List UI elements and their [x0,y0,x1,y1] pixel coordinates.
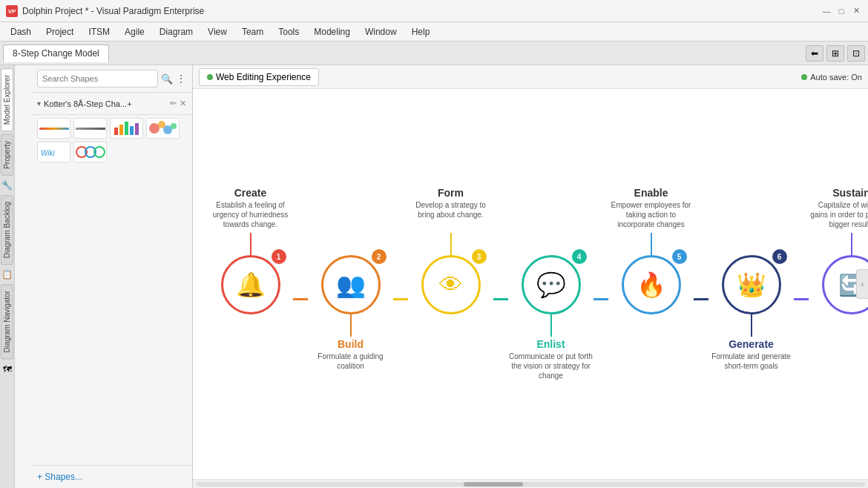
active-tab[interactable]: 8-Step Change Model [3,44,109,62]
autosave-indicator: Auto save: On [801,73,862,82]
step-5-circle[interactable]: 🔥 [622,255,681,314]
left-side-tabs: Model Explorer Property 🔧 Diagram Backlo… [0,65,15,488]
search-icon[interactable]: 🔍 [161,73,173,85]
close-button[interactable]: ✕ [850,5,862,17]
step-1: Create Establish a feeling of urgency of… [208,187,293,381]
edit-diagram-icon[interactable]: ✏ [170,99,177,108]
menu-tools[interactable]: Tools [271,25,306,39]
autosave-dot-icon [801,74,807,80]
svg-rect-5 [130,126,134,135]
step-6-circle-wrapper: 6 👑 [722,255,781,314]
model-explorer-tab[interactable]: Model Explorer [1,68,13,131]
thumb-word-art[interactable]: Wiki [37,142,70,162]
step-4-vline-bottom [550,314,552,337]
step-5-icon: 🔥 [637,271,666,299]
step-5-number: 5 [672,249,687,264]
step-1-circle[interactable]: 🔔 [221,255,280,314]
add-shapes-button[interactable]: + Shapes... [37,472,82,482]
web-edit-tab[interactable]: Web Editing Experience [199,68,319,86]
connector-2-3 [393,298,408,300]
step-7-vline-top [851,233,852,255]
tab-icons: ⬅ ⊞ ⊡ [806,45,865,62]
scrollbar-track[interactable] [196,482,865,487]
more-options-icon[interactable]: ⋮ [176,73,186,85]
thumb-bar-chart[interactable] [110,118,143,139]
step-4-circle[interactable]: 💬 [522,255,581,314]
step-3-icon: 👁 [439,271,463,299]
diagram-toolbar: Web Editing Experience Auto save: On [193,65,868,89]
backlog-icon: 📋 [1,269,13,280]
step-6: - 6 👑 Generate Formulate and generate sh… [708,187,794,381]
step-4-bottom-label: Enlist [536,338,565,350]
menu-project[interactable]: Project [39,25,81,39]
step-2-icon: 👥 [336,271,366,299]
step-2-circle[interactable]: 👥 [321,255,381,314]
step-5-vline-top [651,233,652,255]
step-6-circle[interactable]: 👑 [722,255,781,314]
thumb-arrow-line[interactable] [73,118,107,139]
minimize-button[interactable]: — [821,5,832,17]
property-icon: 🔧 [1,180,13,191]
scrollbar-thumb[interactable] [464,482,523,487]
step-5: Enable Empower employees for taking acti… [608,187,694,381]
thumb-line[interactable] [37,118,70,139]
search-shapes-bar: 🔍 ⋮ [31,65,192,93]
tab-icon-back[interactable]: ⬅ [806,45,823,62]
thumb-circles-pattern[interactable] [146,118,180,139]
diagram-header: ▾ Kotter's 8Å-Step Cha...+ ✏ ✕ [37,96,186,111]
menu-agile[interactable]: Agile [117,25,152,39]
maximize-button[interactable]: □ [835,5,847,17]
step-3-top-desc: Develop a strategy to bring about change… [408,200,493,230]
connector-4-5 [594,298,608,300]
thumb-row-1 [37,118,186,139]
diagram-navigator-tab[interactable]: Diagram Navigator [1,284,13,359]
menu-dash[interactable]: Dash [3,25,39,39]
menu-window[interactable]: Window [358,25,404,39]
connector-6-7 [794,298,809,300]
step-2-bottom-label: Build [338,338,364,350]
step-2-vline-bottom [350,314,352,337]
step-4-icon: 💬 [536,271,566,299]
menu-help[interactable]: Help [404,25,438,39]
thumb-row-2: Wiki [37,142,186,162]
window-controls: — □ ✕ [821,5,862,17]
step-2-bottom-desc: Formulate a guiding coalition [308,352,393,381]
diagram-name: Kotter's 8Å-Step Cha...+ [44,99,167,108]
content-area: Model Explorer Property 🔧 Diagram Backlo… [0,65,868,488]
close-diagram-icon[interactable]: ✕ [180,99,186,108]
thumb-connected-circles[interactable] [73,142,107,162]
step-1-icon: 🔔 [236,271,266,299]
step-6-number: 6 [772,249,787,264]
menu-bar: Dash Project ITSM Agile Diagram View Tea… [0,22,868,42]
step-3-circle-wrapper: 3 👁 [421,255,481,314]
diagram-backlog-tab[interactable]: Diagram Backlog [1,195,13,265]
tab-icon-grid[interactable]: ⊞ [826,45,844,62]
step-1-number: 1 [272,249,286,264]
menu-view[interactable]: View [200,25,234,39]
step-3-circle[interactable]: 👁 [421,255,481,314]
collapse-icon[interactable]: ▾ [37,99,41,108]
web-edit-label: Web Editing Experience [216,72,311,82]
step-2-number: 2 [372,249,387,264]
sidebar-inner: 🔍 ⋮ ▾ Kotter's 8Å-Step Cha...+ ✏ ✕ [31,65,192,488]
step-1-top-desc: Establish a feeling of urgency of hurrie… [208,200,293,230]
change-model-container: Create Establish a feeling of urgency of… [193,89,868,479]
right-collapse-button[interactable]: › [856,269,868,299]
svg-point-7 [149,123,160,133]
step-6-bottom-label: Generate [729,338,774,350]
step-5-circle-wrapper: 5 🔥 [622,255,681,314]
menu-team[interactable]: Team [234,25,271,39]
step-3-number: 3 [472,249,487,264]
step-1-vline-top [250,233,251,255]
tab-icon-panel[interactable]: ⊡ [847,45,865,62]
menu-itsm[interactable]: ITSM [81,25,117,39]
menu-diagram[interactable]: Diagram [152,25,200,39]
step-4-circle-wrapper: 4 💬 [522,255,581,314]
step-6-vline-bottom [751,314,752,337]
step-7-top-desc: Capitalize of wins or gains in order to … [809,200,868,230]
search-shapes-input[interactable] [37,70,158,88]
menu-modeling[interactable]: Modeling [306,25,358,39]
property-tab[interactable]: Property [1,134,13,176]
app-icon: VP [6,5,18,17]
svg-rect-6 [135,123,139,135]
